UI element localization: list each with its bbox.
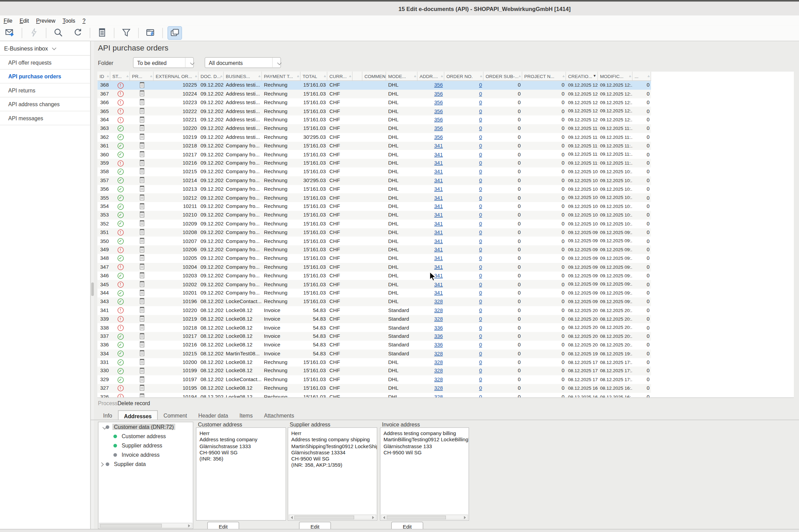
- table-row[interactable]: 345!1020209.12.2025Company fro...Rechnun…: [98, 280, 651, 289]
- tree-item-customer-address[interactable]: Customer address: [99, 433, 193, 441]
- menu-tools[interactable]: Tools: [59, 16, 79, 25]
- sidebar-item-api-returns[interactable]: API returns: [0, 84, 90, 98]
- menu-preview[interactable]: Preview: [33, 16, 59, 25]
- address-link[interactable]: 341: [434, 177, 443, 183]
- order-no-link[interactable]: 0: [479, 117, 482, 123]
- tree-item-supplier-data[interactable]: Supplier data: [99, 461, 193, 469]
- table-row[interactable]: 361✓1021809.12.2025Company fro...Rechnun…: [98, 142, 651, 150]
- order-no-link[interactable]: 0: [479, 273, 482, 278]
- table-row[interactable]: 348✓1020509.12.2025Company fro...Rechnun…: [98, 254, 651, 263]
- table-row[interactable]: 346✓1020309.12.2025Company fro...Rechnun…: [98, 271, 651, 280]
- order-no-link[interactable]: 0: [479, 299, 482, 304]
- table-row[interactable]: 363✓1022009.12.2025Address testi...Rechn…: [98, 124, 651, 133]
- address-link[interactable]: 328: [434, 299, 443, 304]
- address-link[interactable]: 328: [434, 307, 443, 313]
- table-row[interactable]: 364!1022109.12.2025Address testi...Rechn…: [98, 115, 651, 124]
- column-header-doc_date[interactable]: DOC. D...▵: [199, 72, 224, 81]
- window-flash-icon[interactable]: [144, 27, 157, 39]
- order-no-link[interactable]: 0: [479, 108, 482, 114]
- order-no-link[interactable]: 0: [479, 203, 482, 209]
- column-header-pr[interactable]: PR...▵: [130, 72, 154, 81]
- column-header-mode[interactable]: MODE...▵: [386, 72, 418, 81]
- order-no-link[interactable]: 0: [479, 281, 482, 287]
- table-row[interactable]: 329✓1019708.12.2025LockeContact...Rechnu…: [98, 375, 651, 384]
- address-link[interactable]: 341: [434, 169, 443, 175]
- table-row[interactable]: 365!1022209.12.2025Address testi...Rechn…: [98, 107, 651, 115]
- address-link[interactable]: 328: [434, 351, 443, 356]
- column-header-project[interactable]: PROJECT N...▵: [522, 72, 566, 81]
- address-link[interactable]: 341: [434, 195, 443, 200]
- sidebar-item-api-address-changes[interactable]: API address changes: [0, 98, 90, 112]
- expander-right-icon[interactable]: [99, 462, 104, 467]
- column-header-status[interactable]: ST...▵: [110, 72, 130, 81]
- panel-scrollbar[interactable]: [289, 514, 376, 520]
- table-row[interactable]: 362✓1021909.12.2025Address testi...Rechn…: [98, 133, 651, 142]
- order-no-link[interactable]: 0: [479, 246, 482, 252]
- table-row[interactable]: 338!1021808.12.2025Locke08.12Invoice54.8…: [98, 323, 651, 332]
- table-row[interactable]: 367!1022409.12.2025Address testi...Rechn…: [98, 90, 651, 98]
- tree-item-invoice-address[interactable]: Invoice address: [99, 452, 193, 459]
- order-no-link[interactable]: 0: [479, 229, 482, 235]
- tab-attachments[interactable]: Attachments: [258, 410, 300, 420]
- scrollbar-thumb[interactable]: [91, 282, 94, 296]
- address-link[interactable]: 341: [434, 255, 443, 261]
- address-link[interactable]: 328: [434, 316, 443, 322]
- address-link[interactable]: 341: [434, 212, 443, 218]
- documents-dropdown[interactable]: All documents: [205, 57, 281, 68]
- order-no-link[interactable]: 0: [479, 143, 482, 148]
- order-no-link[interactable]: 0: [479, 160, 482, 166]
- tab-items[interactable]: Items: [234, 410, 258, 420]
- table-row[interactable]: 355✓1021209.12.2025Company fro...Rechnun…: [98, 193, 651, 202]
- address-link[interactable]: 328: [434, 385, 443, 391]
- table-row[interactable]: 356✓1021309.12.2025Company fro...Rechnun…: [98, 185, 651, 193]
- order-no-link[interactable]: 0: [479, 212, 482, 218]
- column-header-comment[interactable]: COMMENT▵: [363, 72, 386, 81]
- dropdown-arrow-icon[interactable]: [185, 58, 193, 68]
- order-no-link[interactable]: 0: [479, 221, 482, 226]
- address-link[interactable]: 356: [434, 117, 443, 123]
- address-link[interactable]: 356: [434, 134, 443, 140]
- address-link[interactable]: 356: [434, 125, 443, 131]
- order-no-link[interactable]: 0: [479, 238, 482, 244]
- order-no-link[interactable]: 0: [479, 359, 482, 365]
- table-row[interactable]: 357✓1021409.12.2025Company fro...Rechnun…: [98, 176, 651, 185]
- cards-icon[interactable]: [168, 27, 181, 39]
- column-header-business[interactable]: BUSINES...▵: [224, 72, 262, 81]
- column-header-currency[interactable]: CURR...▵: [328, 72, 353, 81]
- table-row[interactable]: 336✓1021608.12.2025Locke08.12Invoice54.8…: [98, 341, 651, 349]
- order-no-link[interactable]: 0: [479, 99, 482, 105]
- address-link[interactable]: 328: [434, 376, 443, 382]
- title-bar[interactable]: 15 Edit e-documents (API) - SHOPAPI_Webw…: [0, 0, 799, 15]
- tab-header-data[interactable]: Header data: [193, 410, 234, 420]
- table-row[interactable]: 334✓1021508.12.2025MartinTest08...Invoic…: [98, 350, 651, 358]
- order-no-link[interactable]: 0: [479, 186, 482, 192]
- tab-addresses[interactable]: Addresses: [118, 410, 158, 420]
- order-no-link[interactable]: 0: [479, 91, 482, 97]
- column-header-created[interactable]: CREATIO...▼: [566, 72, 598, 81]
- address-link[interactable]: 341: [434, 238, 443, 244]
- order-no-link[interactable]: 0: [479, 351, 482, 356]
- order-no-link[interactable]: 0: [479, 307, 482, 313]
- order-no-link[interactable]: 0: [479, 394, 482, 398]
- address-link[interactable]: 356: [434, 82, 443, 88]
- process-button[interactable]: Process: [98, 400, 118, 406]
- table-row[interactable]: 344✓1020109.12.2025Company fro...Rechnun…: [98, 289, 651, 297]
- column-header-id[interactable]: ID▵: [98, 72, 111, 81]
- dropdown-arrow-icon[interactable]: [272, 58, 280, 68]
- table-row[interactable]: 353✓1021009.12.2025Company fro...Rechnun…: [98, 211, 651, 219]
- tree-scrollbar[interactable]: [99, 523, 192, 528]
- order-no-link[interactable]: 0: [479, 255, 482, 261]
- sidebar-item-api-offer-requests[interactable]: API offer requests: [0, 56, 90, 70]
- table-row[interactable]: 354✓1021109.12.2025Company fro...Rechnun…: [98, 202, 651, 211]
- address-link[interactable]: 341: [434, 143, 443, 148]
- tab-comment[interactable]: Comment: [158, 410, 192, 420]
- table-row[interactable]: 343✓1019608.12.2025LockeContact...Rechnu…: [98, 297, 651, 306]
- table-row[interactable]: 352✓1020909.12.2025Company fro...Rechnun…: [98, 220, 651, 228]
- order-no-link[interactable]: 0: [479, 324, 482, 330]
- address-link[interactable]: 336: [434, 324, 443, 330]
- address-link[interactable]: 356: [434, 91, 443, 97]
- table-row[interactable]: 358✓1021509.12.2025Company fro...Rechnun…: [98, 167, 651, 176]
- table-row[interactable]: 347!1020409.12.2025Company fro...Rechnun…: [98, 263, 651, 271]
- order-no-link[interactable]: 0: [479, 333, 482, 339]
- order-no-link[interactable]: 0: [479, 169, 482, 175]
